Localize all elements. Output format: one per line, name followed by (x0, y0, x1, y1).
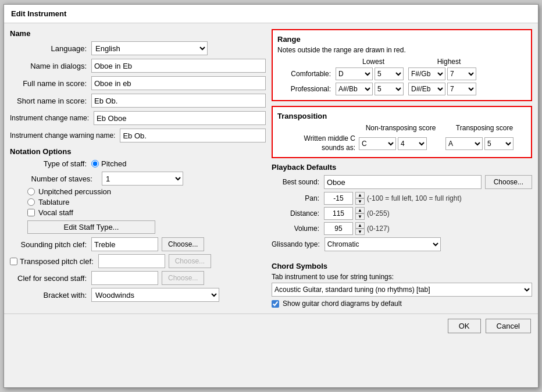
volume-spin-wrap: ▲ ▼ (0-127) (324, 222, 390, 235)
unpitched-label: Unpitched percussion (38, 187, 111, 196)
playback-section: Playback Defaults Best sound: Choose... … (272, 163, 532, 254)
distance-down-button[interactable]: ▼ (355, 213, 365, 220)
short-name-label: Short name in score: (10, 97, 91, 105)
pan-hint: (-100 = full left, 100 = full right) (367, 194, 462, 202)
distance-up-button[interactable]: ▲ (355, 207, 365, 213)
distance-spin-buttons: ▲ ▼ (355, 207, 365, 220)
cancel-button[interactable]: Cancel (486, 319, 531, 333)
name-in-dialogs-row: Name in dialogs: (10, 59, 266, 73)
tablature-radio[interactable] (27, 198, 35, 206)
professional-high-note-select[interactable]: D#/EbDEF (408, 83, 445, 95)
type-of-staff-label: Type of staff: (10, 159, 91, 168)
best-sound-input[interactable] (324, 175, 482, 189)
name-in-dialogs-input[interactable] (91, 59, 266, 73)
transposition-title: Transposition (277, 112, 526, 120)
highest-header: Highest (411, 58, 487, 66)
clef-second-staff-label: Clef for second staff: (10, 274, 91, 283)
comfortable-low-note-select[interactable]: DCC#/DbDDD#/EbEFF#/GbGG#/AbAA#/BbB (336, 67, 373, 80)
name-in-dialogs-label: Name in dialogs: (10, 62, 91, 70)
distance-hint: (0-255) (367, 209, 390, 218)
professional-row: Professional: A#/BbABC 456 D#/EbDEF 678 (277, 83, 526, 95)
sounding-choose-button[interactable]: Choose... (162, 237, 204, 251)
range-box: Range Notes outside the range are drawn … (272, 29, 532, 101)
chord-section: Chord Symbols Tab instrument to use for … (272, 262, 532, 308)
volume-spin-buttons: ▲ ▼ (355, 222, 365, 235)
sounding-pitch-clef-input[interactable] (91, 237, 158, 251)
pan-row: Pan: ▲ ▼ (-100 = full left, 100 = full r… (272, 192, 532, 205)
transposed-pitch-clef-checkbox[interactable] (10, 258, 17, 265)
comfortable-low-oct-select[interactable]: 456 (375, 67, 404, 80)
instrument-change-row: Instrument change name: (10, 111, 266, 125)
ok-button[interactable]: OK (448, 319, 481, 333)
volume-down-button[interactable]: ▼ (355, 229, 365, 235)
chord-tab-select[interactable]: Acoustic Guitar, standard tuning (no rhy… (272, 283, 532, 297)
nt-oct-select[interactable]: 345 (398, 137, 427, 150)
clef-second-staff-row: Clef for second staff: Choose... (10, 271, 266, 285)
chord-title: Chord Symbols (272, 262, 532, 270)
professional-low-note-select[interactable]: A#/BbABC (336, 83, 373, 95)
lowest-header: Lowest (336, 58, 411, 66)
tablature-row: Tablature (27, 198, 266, 206)
unpitched-radio[interactable] (27, 188, 35, 195)
distance-label: Distance: (272, 209, 324, 218)
instrument-change-warning-input[interactable] (120, 129, 266, 142)
notation-section-title: Notation Options (10, 147, 266, 156)
pan-up-button[interactable]: ▲ (355, 192, 365, 198)
language-select[interactable]: English (91, 41, 208, 55)
comfortable-label: Comfortable: (277, 70, 336, 78)
chord-check-row: Show guitar chord diagrams by default (272, 300, 532, 308)
show-guitar-chord-checkbox[interactable] (272, 300, 279, 308)
professional-low-oct-select[interactable]: 456 (375, 83, 404, 95)
clef-second-choose-button[interactable]: Choose... (162, 271, 204, 285)
vocal-staff-row: Vocal staff (27, 208, 266, 217)
chord-tab-label: Tab instrument to use for string tunings… (272, 273, 532, 281)
edit-staff-type-button[interactable]: Edit Staff Type... (27, 220, 155, 234)
language-row: Language: English (10, 41, 266, 55)
transposition-data-row: Written middle Csounds as: CA 345 AC 456 (277, 134, 526, 152)
pan-input[interactable] (324, 192, 353, 205)
transposing-header: Transposing score (443, 124, 526, 132)
vocal-staff-checkbox[interactable] (27, 209, 35, 216)
clef-second-staff-input[interactable] (91, 271, 158, 285)
instrument-change-label: Instrument change name: (10, 114, 94, 122)
volume-input[interactable] (324, 222, 353, 235)
staves-select[interactable]: 123 (102, 172, 183, 186)
professional-high-oct-select[interactable]: 678 (447, 83, 476, 95)
type-of-staff-row: Type of staff: Pitched (10, 159, 266, 168)
best-sound-choose-button[interactable]: Choose... (485, 175, 532, 189)
comfortable-high-note-select[interactable]: F#/GbDD#/EbF#/Gb (408, 67, 445, 80)
pan-label: Pan: (272, 194, 324, 202)
short-name-input[interactable] (91, 94, 266, 108)
distance-input[interactable] (324, 207, 353, 220)
transposed-choose-button[interactable]: Choose... (169, 254, 211, 268)
t-oct-select[interactable]: 456 (484, 137, 514, 150)
sounding-pitch-clef-row: Sounding pitch clef: Choose... (10, 237, 266, 251)
transposition-header-row: Non-transposing score Transposing score (277, 124, 526, 132)
nt-note-select[interactable]: CA (359, 137, 396, 150)
instrument-change-input[interactable] (94, 111, 266, 125)
t-note-select[interactable]: AC (445, 137, 483, 150)
sounding-pitch-clef-label: Sounding pitch clef: (10, 240, 91, 249)
language-label: Language: (10, 44, 91, 53)
playback-title: Playback Defaults (272, 163, 532, 172)
comfortable-high-oct-select[interactable]: 678 (447, 67, 476, 80)
pan-down-button[interactable]: ▼ (355, 198, 365, 205)
pitched-radio[interactable] (91, 160, 99, 168)
transposing-selects: AC 456 (445, 137, 526, 150)
written-middle-c-label: Written middle Csounds as: (277, 134, 359, 152)
glissando-select[interactable]: ChromaticDiatonicPortamento (325, 237, 441, 251)
pan-spin-wrap: ▲ ▼ (-100 = full left, 100 = full right) (324, 192, 462, 205)
transposition-box: Transposition Non-transposing score Tran… (272, 106, 532, 158)
pitched-label: Pitched (101, 159, 126, 168)
transposed-pitch-clef-input[interactable] (98, 254, 165, 268)
distance-spin-wrap: ▲ ▼ (0-255) (324, 207, 390, 220)
bracket-select[interactable]: WoodwindsBrassStringsNone (91, 288, 219, 302)
instrument-change-warning-row: Instrument change warning name: (10, 129, 266, 142)
tablature-label: Tablature (38, 198, 69, 206)
full-name-input[interactable] (91, 76, 266, 90)
professional-label: Professional: (277, 85, 336, 93)
best-sound-label: Best sound: (272, 178, 324, 186)
volume-label: Volume: (272, 224, 324, 233)
volume-up-button[interactable]: ▲ (355, 222, 365, 229)
volume-hint: (0-127) (367, 224, 390, 233)
